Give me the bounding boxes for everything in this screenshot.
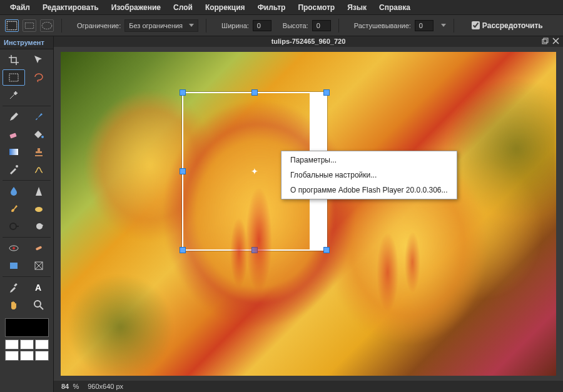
tool-heal[interactable] <box>28 240 50 256</box>
swatch[interactable] <box>20 339 34 349</box>
scatter-check-input[interactable] <box>472 21 480 29</box>
tools-sidebar-title: Инструмент <box>0 36 53 49</box>
status-bar: 84 % 960x640 px <box>54 381 563 392</box>
tools-sidebar: Инструмент <box>0 36 54 392</box>
context-menu-item-global-settings[interactable]: Глобальные настройки... <box>282 168 457 183</box>
handle-bottom-right[interactable] <box>323 247 330 253</box>
window-restore-icon[interactable] <box>542 38 549 46</box>
tool-dodge[interactable] <box>3 218 25 234</box>
chevron-down-icon[interactable] <box>441 24 446 27</box>
marquee-ellipse-option-icon[interactable] <box>40 19 54 32</box>
swatch[interactable] <box>5 351 19 361</box>
divider <box>454 19 454 33</box>
menu-file[interactable]: Файл <box>4 1 36 14</box>
tool-replace-color[interactable] <box>3 161 25 178</box>
status-dimensions: 960x640 px <box>88 383 123 390</box>
swatch[interactable] <box>20 351 34 361</box>
swatch[interactable] <box>35 351 49 361</box>
svg-point-8 <box>35 207 43 212</box>
scatter-checkbox[interactable]: Рассредоточить <box>472 21 543 30</box>
context-menu: Параметры... Глобальные настройки... О п… <box>281 151 457 199</box>
width-input[interactable]: 0 <box>253 20 271 31</box>
svg-point-9 <box>10 223 16 229</box>
document-title: tulips-752465_960_720 <box>271 38 346 45</box>
tool-marquee[interactable] <box>3 69 25 86</box>
menu-edit[interactable]: Редактировать <box>36 1 105 14</box>
tool-blur[interactable] <box>3 183 25 199</box>
tool-type[interactable]: A <box>28 279 50 296</box>
svg-rect-20 <box>544 38 548 43</box>
constraint-select[interactable]: Без ограничения <box>124 19 198 32</box>
menu-filter[interactable]: Фильтр <box>251 1 292 14</box>
marquee-rect-option-icon[interactable] <box>5 19 19 32</box>
height-label: Высота: <box>283 22 308 29</box>
svg-rect-13 <box>35 246 42 251</box>
tool-wand[interactable] <box>3 87 25 103</box>
window-close-icon[interactable] <box>552 38 559 46</box>
tool-distort[interactable] <box>28 258 50 274</box>
tool-zoom[interactable] <box>28 297 50 313</box>
status-zoom: 84 <box>61 383 69 390</box>
svg-point-5 <box>41 136 44 138</box>
svg-point-7 <box>16 165 18 168</box>
divider <box>338 19 339 33</box>
menu-image[interactable]: Изображение <box>105 1 167 14</box>
tool-draw[interactable] <box>28 161 50 178</box>
document-title-bar: tulips-752465_960_720 <box>54 36 563 47</box>
svg-rect-16 <box>14 283 18 287</box>
handle-bottom-middle[interactable] <box>251 247 258 253</box>
svg-point-18 <box>34 301 41 307</box>
height-input[interactable]: 0 <box>312 20 331 31</box>
handle-top-left[interactable] <box>180 89 186 96</box>
tool-lasso[interactable] <box>28 69 50 86</box>
canvas[interactable]: ✦ Параметры... Глобальные настройки... О… <box>61 52 556 376</box>
handle-middle-left[interactable] <box>180 168 186 174</box>
svg-rect-10 <box>16 226 19 227</box>
foreground-color-swatch[interactable] <box>5 318 49 337</box>
swatch[interactable] <box>35 339 49 349</box>
menu-view[interactable]: Просмотр <box>292 1 341 14</box>
tool-gradient[interactable] <box>3 144 25 160</box>
body-layout: Инструмент <box>0 36 563 392</box>
tool-separator <box>3 106 51 106</box>
tool-shape[interactable] <box>3 258 25 274</box>
tool-smudge[interactable] <box>3 201 25 217</box>
canvas-area: tulips-752465_960_720 <box>54 36 563 392</box>
tool-sponge[interactable] <box>28 201 50 217</box>
handle-top-middle[interactable] <box>251 89 258 96</box>
menu-layer[interactable]: Слой <box>167 1 199 14</box>
tool-redeye[interactable] <box>3 240 25 256</box>
handle-bottom-left[interactable] <box>180 247 186 253</box>
marquee-fixed-option-icon[interactable] <box>23 19 36 32</box>
crop-center-icon: ✦ <box>250 167 259 176</box>
context-menu-item-about-flash[interactable]: О программе Adobe Flash Player 20.0.0.30… <box>282 183 457 198</box>
toolgrid: A <box>0 49 53 316</box>
svg-rect-14 <box>10 263 18 269</box>
tool-pencil[interactable] <box>3 109 25 125</box>
tool-separator <box>3 180 51 181</box>
tool-crop[interactable] <box>3 52 25 68</box>
tool-eyedropper[interactable] <box>3 279 25 296</box>
context-menu-item-settings[interactable]: Параметры... <box>282 153 457 168</box>
menu-adjustments[interactable]: Коррекция <box>199 1 251 14</box>
tool-brush[interactable] <box>28 109 50 125</box>
tool-burn[interactable] <box>28 218 50 234</box>
swatch[interactable] <box>5 339 19 349</box>
menu-help[interactable]: Справка <box>373 1 417 14</box>
handle-top-right[interactable] <box>323 89 330 96</box>
tool-sharpen[interactable] <box>28 183 50 199</box>
menu-bar: Файл Редактировать Изображение Слой Корр… <box>0 0 563 15</box>
feather-input[interactable]: 0 <box>415 20 434 31</box>
tool-move[interactable] <box>28 52 50 68</box>
tool-separator <box>3 237 51 238</box>
tool-bucket[interactable] <box>28 126 50 143</box>
tool-eraser[interactable] <box>3 126 25 143</box>
canvas-wrap: ✦ Параметры... Глобальные настройки... О… <box>54 47 563 381</box>
feather-label: Растушевывание: <box>354 22 411 29</box>
menu-language[interactable]: Язык <box>341 1 373 14</box>
svg-rect-3 <box>9 74 18 81</box>
tool-hand[interactable] <box>3 297 25 313</box>
tool-stamp[interactable] <box>28 144 50 160</box>
divider <box>206 19 206 33</box>
width-label: Ширина: <box>221 22 249 29</box>
